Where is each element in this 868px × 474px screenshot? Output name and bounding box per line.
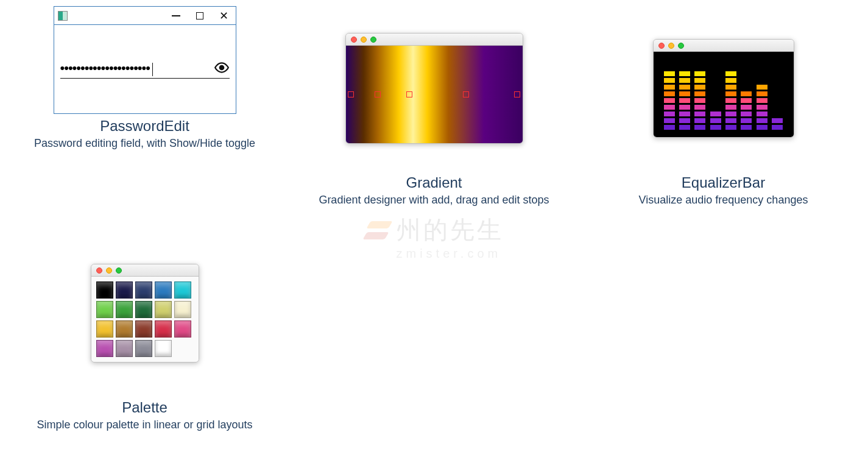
equalizer-segment xyxy=(725,71,736,76)
equalizer-thumb xyxy=(653,6,794,171)
equalizer-segment xyxy=(664,105,675,110)
equalizer-segment xyxy=(741,118,752,123)
equalizer-segment xyxy=(679,78,690,83)
color-swatch xyxy=(96,281,113,299)
svg-point-0 xyxy=(219,66,224,70)
equalizer-bar xyxy=(679,71,690,130)
card-palette[interactable]: Palette Simple colour palette in linear … xyxy=(12,231,277,431)
close-dot-icon xyxy=(658,43,665,49)
equalizer-segment xyxy=(679,118,690,123)
equalizer-segment xyxy=(741,91,752,96)
equalizer-segment xyxy=(694,118,705,123)
card-desc: Simple colour palette in linear or grid … xyxy=(37,419,252,431)
color-swatch xyxy=(116,340,133,357)
card-title: Palette xyxy=(122,399,168,416)
color-swatch xyxy=(96,301,113,318)
minimize-icon xyxy=(172,15,180,16)
equalizer-segment xyxy=(710,125,721,130)
equalizer-segment xyxy=(679,105,690,110)
card-gradient[interactable]: Gradient Gradient designer with add, dra… xyxy=(302,6,566,207)
equalizer-segment xyxy=(664,125,675,130)
equalizer-segment xyxy=(757,111,767,116)
color-swatch xyxy=(135,301,152,318)
close-dot-icon xyxy=(351,37,357,43)
close-dot-icon xyxy=(96,267,102,274)
equalizer-bar xyxy=(741,91,752,130)
equalizer-segment xyxy=(664,91,675,96)
card-title: EqualizerBar xyxy=(682,174,765,191)
equalizer-segment xyxy=(725,78,736,83)
equalizer-segment xyxy=(664,98,675,103)
card-password-edit[interactable]: ✕ •••••••••••••••••••••• xyxy=(12,6,277,207)
maximize-icon xyxy=(196,12,203,19)
mac-window xyxy=(91,264,199,363)
card-title: Gradient xyxy=(406,174,462,191)
equalizer-segment xyxy=(679,71,690,76)
equalizer-segment xyxy=(679,91,690,96)
window-body: •••••••••••••••••••••• xyxy=(54,25,236,113)
equalizer-segment xyxy=(757,105,767,110)
gradient-canvas xyxy=(346,46,523,143)
windows-titlebar: ✕ xyxy=(54,7,236,25)
equalizer-segment xyxy=(741,125,752,130)
equalizer-segment xyxy=(679,125,690,130)
equalizer-segment xyxy=(725,85,736,90)
widget-grid: ✕ •••••••••••••••••••••• xyxy=(0,0,868,437)
palette-thumb xyxy=(91,231,199,395)
color-swatch xyxy=(96,340,113,357)
windows-window: ✕ •••••••••••••••••••••• xyxy=(54,6,236,114)
gradient-stop-handle xyxy=(514,91,520,97)
equalizer-segment xyxy=(725,98,736,103)
window-controls: ✕ xyxy=(172,10,232,21)
password-field: •••••••••••••••••••••• xyxy=(60,60,230,79)
color-swatch xyxy=(116,301,133,318)
zoom-dot-icon xyxy=(678,43,684,49)
equalizer-segment xyxy=(741,111,752,116)
equalizer-segment xyxy=(757,118,767,123)
equalizer-segment xyxy=(664,118,675,123)
mac-window xyxy=(345,33,523,144)
color-swatch xyxy=(96,320,113,338)
gradient-stop-handle xyxy=(348,91,354,97)
equalizer-segment xyxy=(725,125,736,130)
card-desc: Visualize audio frequency changes xyxy=(639,194,808,207)
eye-icon xyxy=(214,60,230,78)
color-swatch xyxy=(174,320,191,338)
color-swatch xyxy=(174,301,191,318)
palette-canvas xyxy=(91,277,199,362)
card-equalizer[interactable]: EqualizerBar Visualize audio frequency c… xyxy=(591,6,856,207)
equalizer-segment xyxy=(679,98,690,103)
equalizer-segment xyxy=(694,111,705,116)
equalizer-segment xyxy=(772,125,783,130)
password-edit-thumb: ✕ •••••••••••••••••••••• xyxy=(54,6,236,114)
zoom-dot-icon xyxy=(116,267,122,274)
equalizer-bar xyxy=(725,71,736,130)
equalizer-segment xyxy=(757,125,767,130)
equalizer-segment xyxy=(725,91,736,96)
password-masked-value: •••••••••••••••••••••• xyxy=(60,60,150,76)
color-swatch xyxy=(155,320,172,338)
equalizer-segment xyxy=(741,98,752,103)
equalizer-segment xyxy=(757,98,767,103)
equalizer-segment xyxy=(694,98,705,103)
gradient-stop-handle xyxy=(406,91,412,97)
mac-titlebar xyxy=(346,34,523,46)
equalizer-segment xyxy=(741,105,752,110)
equalizer-segment xyxy=(664,78,675,83)
color-swatch xyxy=(174,281,191,299)
close-icon: ✕ xyxy=(219,10,228,21)
equalizer-segment xyxy=(725,105,736,110)
minimize-dot-icon xyxy=(361,37,367,43)
gradient-stop-handle xyxy=(375,91,381,97)
equalizer-segment xyxy=(725,111,736,116)
equalizer-bar xyxy=(772,118,783,130)
card-desc: Password editing field, with Show/Hide t… xyxy=(34,137,255,150)
equalizer-segment xyxy=(757,91,767,96)
equalizer-segment xyxy=(710,111,721,116)
equalizer-bar xyxy=(694,71,705,130)
card-desc: Gradient designer with add, drag and edi… xyxy=(319,194,549,207)
gradient-stop-handle xyxy=(463,91,469,97)
color-swatch xyxy=(135,320,152,338)
card-title: PasswordEdit xyxy=(100,118,189,135)
color-swatch xyxy=(155,301,172,318)
